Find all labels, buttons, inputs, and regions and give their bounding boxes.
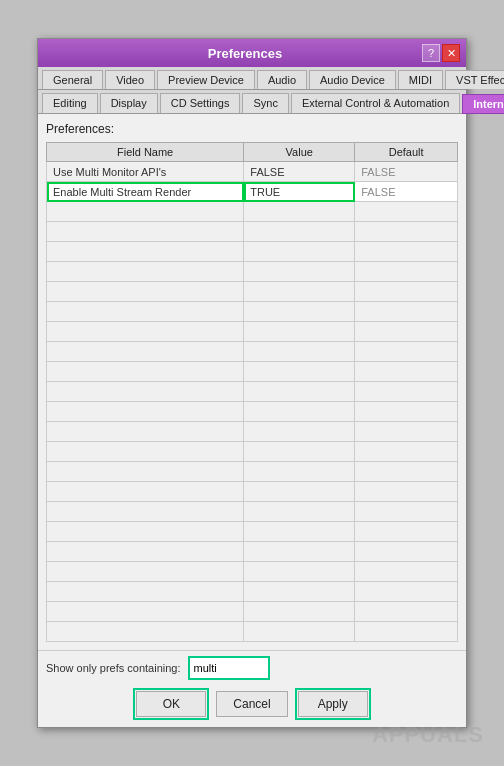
col-field-name: Field Name	[47, 143, 244, 162]
default-cell: FALSE	[355, 162, 458, 182]
table-row	[47, 482, 458, 502]
table-row	[47, 362, 458, 382]
field-name-cell: Use Multi Monitor API's	[47, 162, 244, 182]
dialog-title: Preferences	[68, 46, 422, 61]
table-row[interactable]: Enable Multi Stream Render TRUE FALSE	[47, 182, 458, 202]
table-row	[47, 602, 458, 622]
col-value: Value	[244, 143, 355, 162]
table-row	[47, 462, 458, 482]
table-row	[47, 222, 458, 242]
table-row	[47, 282, 458, 302]
default-cell: FALSE	[355, 182, 458, 202]
table-row[interactable]: Use Multi Monitor API's FALSE FALSE	[47, 162, 458, 182]
table-row	[47, 522, 458, 542]
preferences-table: Field Name Value Default Use Multi Monit…	[46, 142, 458, 642]
ok-button[interactable]: OK	[136, 691, 206, 717]
value-cell: FALSE	[244, 162, 355, 182]
table-row	[47, 382, 458, 402]
value-cell: TRUE	[244, 182, 355, 202]
tab-cd-settings[interactable]: CD Settings	[160, 93, 241, 113]
tab-sync[interactable]: Sync	[242, 93, 288, 113]
table-row	[47, 402, 458, 422]
tab-video[interactable]: Video	[105, 70, 155, 89]
preferences-dialog: Preferences ? ✕ General Video Preview De…	[37, 38, 467, 728]
content-area: Preferences: Field Name Value Default Us…	[38, 114, 466, 650]
title-bar-buttons: ? ✕	[422, 44, 460, 62]
tab-external-control[interactable]: External Control & Automation	[291, 93, 460, 113]
close-button[interactable]: ✕	[442, 44, 460, 62]
table-row	[47, 562, 458, 582]
tab-audio[interactable]: Audio	[257, 70, 307, 89]
help-button[interactable]: ?	[422, 44, 440, 62]
section-label: Preferences:	[46, 122, 458, 136]
tab-editing[interactable]: Editing	[42, 93, 98, 113]
button-row: OK Cancel Apply	[38, 685, 466, 727]
table-row	[47, 322, 458, 342]
apply-button[interactable]: Apply	[298, 691, 368, 717]
tab-midi[interactable]: MIDI	[398, 70, 443, 89]
tab-audio-device[interactable]: Audio Device	[309, 70, 396, 89]
search-input[interactable]	[189, 657, 269, 679]
table-row	[47, 242, 458, 262]
table-row	[47, 542, 458, 562]
tabs-row1: General Video Preview Device Audio Audio…	[38, 67, 466, 90]
table-row	[47, 582, 458, 602]
footer-row: Show only prefs containing:	[38, 650, 466, 685]
table-row	[47, 442, 458, 462]
field-name-cell: Enable Multi Stream Render	[47, 182, 244, 202]
tab-general[interactable]: General	[42, 70, 103, 89]
table-row	[47, 262, 458, 282]
table-row	[47, 202, 458, 222]
table-row	[47, 422, 458, 442]
cancel-button[interactable]: Cancel	[216, 691, 287, 717]
table-row	[47, 622, 458, 642]
title-bar: Preferences ? ✕	[38, 39, 466, 67]
tab-internal[interactable]: Internal	[462, 94, 504, 114]
tabs-row2: Editing Display CD Settings Sync Externa…	[38, 90, 466, 114]
search-label: Show only prefs containing:	[46, 662, 181, 674]
tab-display[interactable]: Display	[100, 93, 158, 113]
table-row	[47, 342, 458, 362]
table-header-row: Field Name Value Default	[47, 143, 458, 162]
table-row	[47, 302, 458, 322]
tab-vst-effects[interactable]: VST Effects	[445, 70, 504, 89]
table-row	[47, 502, 458, 522]
tab-preview-device[interactable]: Preview Device	[157, 70, 255, 89]
col-default: Default	[355, 143, 458, 162]
